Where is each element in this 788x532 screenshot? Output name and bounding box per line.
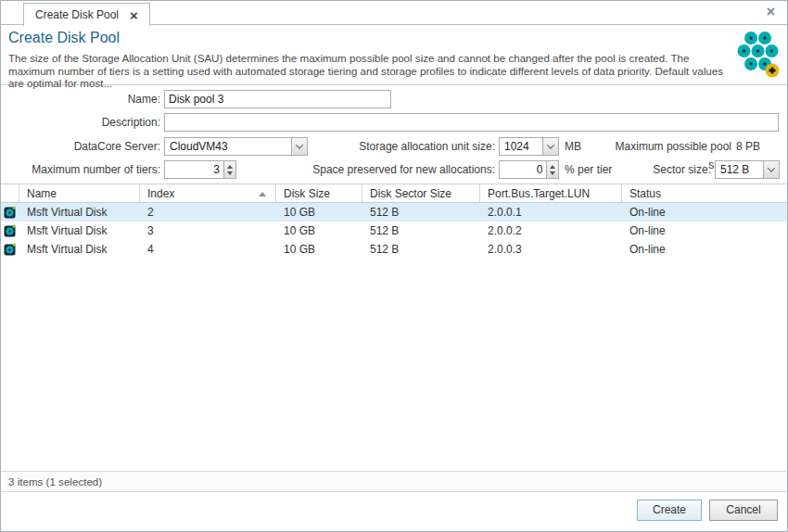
column-header-disk-sector-size[interactable]: Disk Sector Size [362, 184, 480, 202]
table-header-row: Name Index Disk Size Disk Sector Size Po… [1, 184, 787, 203]
space-preserved-stepper[interactable] [499, 160, 559, 179]
datacore-server-value: CloudVM43 [165, 140, 291, 153]
sau-unit-label: MB [565, 137, 581, 156]
column-header-status[interactable]: Status [622, 184, 787, 202]
virtual-disk-icon [1, 243, 19, 256]
cell-index: 2 [140, 206, 276, 219]
cell-port-bus-target-lun: 2.0.0.2 [480, 224, 622, 237]
cell-status: On-line [622, 206, 787, 219]
spinner-up-icon [227, 165, 233, 169]
sort-ascending-icon [259, 192, 266, 196]
sau-size-value: 1024 [500, 140, 542, 153]
name-input[interactable] [164, 90, 391, 108]
name-label: Name: [57, 90, 160, 108]
column-header-disk-size[interactable]: Disk Size [276, 184, 362, 202]
cell-disk-sector-size: 512 B [362, 224, 480, 237]
space-preserved-input[interactable] [499, 160, 547, 179]
cell-status: On-line [622, 224, 787, 237]
cell-port-bus-target-lun: 2.0.0.3 [480, 243, 622, 256]
cell-disk-size: 10 GB [276, 224, 362, 237]
spinner-down-icon [550, 171, 555, 175]
chevron-down-icon [296, 141, 303, 148]
sector-size-select[interactable]: 512 B [715, 160, 780, 179]
dropdown-button[interactable] [291, 138, 307, 155]
virtual-disk-icon [1, 206, 19, 219]
cell-name: Msft Virtual Disk [19, 243, 140, 256]
max-tiers-label: Maximum number of tiers: [29, 160, 160, 179]
cell-disk-size: 10 GB [276, 206, 362, 219]
chevron-down-icon [768, 164, 775, 171]
description-input[interactable] [164, 113, 779, 132]
cell-port-bus-target-lun: 2.0.0.1 [480, 206, 622, 219]
virtual-disk-icon [1, 224, 19, 237]
sau-size-label: Storage allocation unit size: [325, 137, 495, 156]
tab-close-icon[interactable]: × [130, 8, 138, 22]
table-row[interactable]: Msft Virtual Disk 2 10 GB 512 B 2.0.0.1 … [1, 203, 787, 222]
spinner-up-icon [550, 165, 555, 169]
max-pool-size-label: Maximum possible pool size: [602, 137, 731, 156]
cell-name: Msft Virtual Disk [19, 224, 140, 237]
dropdown-button[interactable] [763, 161, 779, 178]
footer: Create Cancel [1, 491, 787, 532]
chevron-down-icon [547, 141, 554, 148]
spinner-buttons[interactable] [224, 160, 236, 179]
page-description: The size of the Storage Allocation Unit … [8, 52, 724, 90]
cancel-button[interactable]: Cancel [709, 500, 778, 521]
cell-disk-size: 10 GB [276, 243, 362, 256]
tab-label: Create Disk Pool [35, 8, 119, 21]
max-tiers-stepper[interactable] [164, 160, 236, 179]
column-header-port-bus-target-lun[interactable]: Port.Bus.Target.LUN [480, 184, 622, 202]
tab-strip: Create Disk Pool × × [1, 1, 787, 25]
table-row[interactable]: Msft Virtual Disk 4 10 GB 512 B 2.0.0.3 … [1, 240, 787, 259]
dropdown-button[interactable] [542, 138, 558, 155]
description-label: Description: [57, 113, 160, 132]
max-tiers-input[interactable] [164, 160, 224, 179]
disk-pool-add-icon [735, 29, 780, 79]
column-header-icon[interactable] [1, 184, 19, 202]
cell-status: On-line [622, 243, 787, 256]
cell-name: Msft Virtual Disk [19, 206, 140, 219]
max-pool-size-value: 8 PB [736, 137, 760, 156]
datacore-server-select[interactable]: CloudVM43 [164, 137, 308, 156]
table-row[interactable]: Msft Virtual Disk 3 10 GB 512 B 2.0.0.2 … [1, 222, 787, 240]
header: Create Disk Pool The size of the Storage… [1, 25, 787, 85]
space-preserved-unit-label: % per tier [565, 160, 612, 179]
tab-create-disk-pool[interactable]: Create Disk Pool × [23, 3, 150, 26]
create-button[interactable]: Create [637, 500, 702, 521]
sau-size-select[interactable]: 1024 [499, 137, 559, 156]
sector-size-value: 512 B [716, 163, 763, 176]
spinner-down-icon [227, 171, 233, 175]
sector-size-label: Sector size: [628, 160, 711, 179]
create-disk-pool-window: Create Disk Pool × × Create Disk Pool Th… [0, 0, 788, 532]
status-bar: 3 items (1 selected) [1, 471, 787, 491]
spinner-buttons[interactable] [547, 160, 559, 179]
cell-index: 3 [140, 224, 276, 237]
cell-disk-sector-size: 512 B [362, 243, 480, 256]
cell-disk-sector-size: 512 B [362, 206, 480, 219]
datacore-server-label: DataCore Server: [38, 137, 160, 156]
column-header-index-label: Index [147, 187, 174, 200]
space-preserved-label: Space preserved for new allocations: [307, 160, 495, 179]
column-header-index[interactable]: Index [140, 184, 276, 202]
column-header-name[interactable]: Name [19, 184, 140, 202]
page-title: Create Disk Pool [8, 30, 120, 46]
window-close-icon[interactable]: × [767, 5, 775, 19]
cell-index: 4 [140, 243, 276, 256]
disk-table: Name Index Disk Size Disk Sector Size Po… [1, 184, 787, 471]
